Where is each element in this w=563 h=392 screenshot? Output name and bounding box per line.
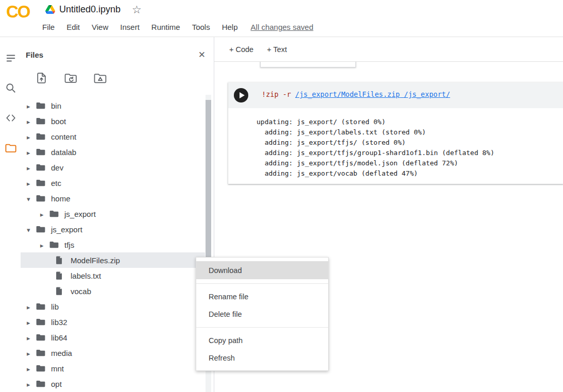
mount-drive-icon[interactable] bbox=[94, 72, 107, 87]
star-icon[interactable]: ☆ bbox=[132, 4, 142, 15]
search-icon[interactable] bbox=[4, 81, 18, 95]
chevron-right-icon[interactable] bbox=[27, 380, 35, 388]
add-text-button[interactable]: + Text bbox=[267, 45, 287, 54]
code-line[interactable]: !zip -r /js_export/ModelFiles.zip /js_ex… bbox=[262, 90, 450, 98]
chevron-right-icon[interactable] bbox=[27, 302, 35, 311]
menu-help[interactable]: Help bbox=[222, 23, 238, 31]
tree-item-vocab[interactable]: vocab bbox=[21, 283, 205, 299]
files-toolbar bbox=[35, 72, 214, 87]
chevron-right-icon[interactable] bbox=[40, 210, 48, 218]
chevron-right-icon[interactable] bbox=[27, 101, 35, 110]
folder-icon bbox=[36, 303, 46, 310]
output-line: adding: js_export/tfjs/model.json (defla… bbox=[257, 158, 563, 168]
tree-item-datalab[interactable]: datalab bbox=[21, 144, 205, 160]
app-header: CO Untitled0.ipynb ☆ File Edit View Inse… bbox=[0, 0, 563, 37]
menu-view[interactable]: View bbox=[92, 23, 108, 31]
folder-icon bbox=[49, 210, 60, 217]
tree-item-lib64[interactable]: lib64 bbox=[21, 330, 205, 345]
menu-item-rename-file[interactable]: Rename file bbox=[196, 288, 328, 305]
tree-item-label: lib64 bbox=[51, 333, 67, 342]
files-tab-icon[interactable] bbox=[4, 141, 18, 155]
code-snippets-icon[interactable] bbox=[4, 111, 18, 125]
folder-icon bbox=[36, 318, 46, 326]
folder-icon bbox=[49, 241, 60, 248]
tree-item-etc[interactable]: etc bbox=[21, 175, 205, 191]
tree-item-label: home bbox=[51, 194, 71, 203]
chevron-right-icon[interactable] bbox=[27, 333, 35, 342]
tree-item-label: lib32 bbox=[51, 318, 67, 327]
menu-item-download[interactable]: Download bbox=[196, 261, 328, 279]
tree-item-home[interactable]: home bbox=[21, 191, 205, 206]
folder-icon bbox=[36, 365, 46, 372]
chevron-right-icon[interactable] bbox=[27, 163, 35, 172]
left-rail bbox=[0, 37, 21, 392]
menu-edit[interactable]: Edit bbox=[66, 23, 80, 31]
folder-icon bbox=[36, 117, 46, 125]
code-command: !zip -r bbox=[262, 90, 295, 98]
tree-item-content[interactable]: content bbox=[21, 129, 205, 144]
menu-item-delete-file[interactable]: Delete file bbox=[196, 305, 328, 323]
cell-output: updating: js_export/ (stored 0%) adding:… bbox=[228, 108, 563, 179]
run-cell-button[interactable] bbox=[234, 88, 248, 103]
tree-item-label: bin bbox=[51, 101, 61, 110]
chevron-right-icon[interactable] bbox=[27, 148, 35, 157]
chevron-down-icon[interactable] bbox=[27, 194, 35, 203]
chevron-right-icon[interactable] bbox=[27, 349, 35, 357]
tree-item-mnt[interactable]: mnt bbox=[21, 361, 205, 376]
tree-item-label: labels.txt bbox=[71, 271, 101, 280]
files-panel: Files ✕ bbox=[21, 37, 214, 392]
menu-separator bbox=[196, 283, 328, 284]
file-context-menu: Download Rename file Delete file Copy pa… bbox=[196, 257, 329, 371]
tree-item-label: js_export bbox=[51, 225, 82, 234]
code-path-link[interactable]: /js_export/ bbox=[400, 90, 450, 98]
folder-icon bbox=[36, 148, 46, 156]
tree-item-lib[interactable]: lib bbox=[21, 299, 205, 314]
chevron-right-icon[interactable] bbox=[40, 241, 48, 249]
files-scrollbar-thumb[interactable] bbox=[206, 100, 211, 279]
tree-item-labels-txt[interactable]: labels.txt bbox=[21, 268, 205, 283]
output-line: adding: js_export/labels.txt (stored 0%) bbox=[257, 127, 563, 138]
menu-file[interactable]: File bbox=[42, 23, 55, 31]
tree-item-opt[interactable]: opt bbox=[21, 376, 205, 391]
tree-item-label: ModelFiles.zip bbox=[71, 256, 120, 265]
tree-item-tfjs[interactable]: tfjs bbox=[21, 237, 205, 252]
tree-item-home-js-export[interactable]: js_export bbox=[21, 206, 205, 221]
tree-item-media[interactable]: media bbox=[21, 345, 205, 361]
colab-logo[interactable]: CO bbox=[6, 2, 30, 22]
tree-item-js-export[interactable]: js_export bbox=[21, 221, 205, 237]
folder-icon bbox=[36, 179, 46, 186]
add-code-button[interactable]: + Code bbox=[229, 45, 253, 54]
tree-item-label: boot bbox=[51, 117, 66, 126]
output-line: adding: js_export/vocab (deflated 47%) bbox=[257, 168, 563, 179]
notebook-title[interactable]: Untitled0.ipynb bbox=[59, 4, 121, 15]
menu-runtime[interactable]: Runtime bbox=[151, 23, 180, 31]
folder-icon bbox=[36, 133, 46, 140]
chevron-right-icon[interactable] bbox=[27, 364, 35, 373]
code-editor[interactable]: !zip -r /js_export/ModelFiles.zip /js_ex… bbox=[228, 82, 563, 108]
table-of-contents-icon[interactable] bbox=[4, 52, 18, 65]
chevron-right-icon[interactable] bbox=[27, 318, 35, 327]
tree-item-modelfiles-zip[interactable]: ModelFiles.zip bbox=[21, 252, 205, 268]
folder-icon bbox=[36, 102, 46, 109]
save-status[interactable]: All changes saved bbox=[251, 23, 314, 31]
upload-icon[interactable] bbox=[35, 72, 48, 87]
refresh-folder-icon[interactable] bbox=[64, 72, 77, 87]
chevron-right-icon[interactable] bbox=[27, 117, 35, 126]
chevron-right-icon[interactable] bbox=[27, 179, 35, 188]
tree-item-dev[interactable]: dev bbox=[21, 160, 205, 175]
close-icon[interactable]: ✕ bbox=[198, 50, 206, 59]
folder-icon bbox=[36, 195, 46, 202]
tree-item-bin[interactable]: bin bbox=[21, 98, 205, 113]
menu-tools[interactable]: Tools bbox=[192, 23, 210, 31]
tree-item-boot[interactable]: boot bbox=[21, 113, 205, 129]
chevron-right-icon[interactable] bbox=[27, 132, 35, 141]
tree-item-label: opt bbox=[51, 380, 62, 388]
menu-insert[interactable]: Insert bbox=[120, 23, 140, 31]
tree-item-lib32[interactable]: lib32 bbox=[21, 314, 205, 330]
folder-icon bbox=[36, 380, 46, 387]
code-path-link[interactable]: /js_export/ModelFiles.zip bbox=[295, 90, 400, 98]
files-panel-title: Files bbox=[26, 50, 43, 59]
chevron-down-icon[interactable] bbox=[27, 225, 35, 234]
menu-item-copy-path[interactable]: Copy path bbox=[196, 332, 328, 349]
menu-item-refresh[interactable]: Refresh bbox=[196, 349, 328, 367]
